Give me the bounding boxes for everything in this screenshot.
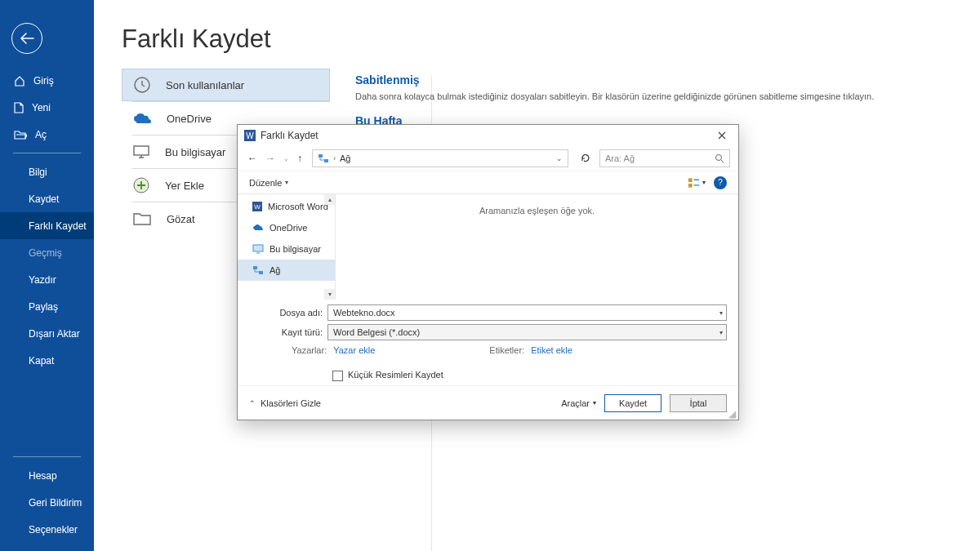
filename-input[interactable]: Webtekno.docx ▾ xyxy=(327,304,727,321)
view-icon xyxy=(688,177,700,189)
filename-label: Dosya adı: xyxy=(249,308,323,318)
svg-rect-13 xyxy=(253,266,257,269)
svg-rect-8 xyxy=(688,178,693,182)
help-button[interactable]: ? xyxy=(714,176,727,189)
search-field[interactable]: Ara: Ağ xyxy=(599,149,730,167)
sidebar-account[interactable]: Hesap xyxy=(0,462,94,489)
onedrive-small-icon xyxy=(252,224,264,232)
save-thumbnail-checkbox[interactable] xyxy=(332,371,343,381)
refresh-icon xyxy=(580,153,591,164)
chevron-down-icon: ▾ xyxy=(593,399,596,407)
dialog-title: Farklı Kaydet xyxy=(261,130,318,141)
backstage-sidebar: Giriş Yeni Aç Bilgi Kaydet Farklı Kaydet… xyxy=(0,0,94,551)
tags-add-link[interactable]: Etiket ekle xyxy=(531,345,572,355)
folder-tree: ▴ W Microsoft Word OneDrive Bu bilgisaya… xyxy=(238,194,336,300)
onedrive-icon xyxy=(132,112,152,125)
scroll-down-button[interactable]: ▾ xyxy=(324,289,335,300)
save-as-dialog: W Farklı Kaydet ← → ⌄ ↑ › Ağ ⌄ Ara: Ağ D… xyxy=(237,124,739,420)
tree-thispc[interactable]: Bu bilgisayar xyxy=(238,238,335,260)
chevron-down-icon: ▾ xyxy=(285,179,288,186)
back-button[interactable] xyxy=(11,23,42,54)
hide-folders-toggle[interactable]: ⌃ Klasörleri Gizle xyxy=(249,398,321,408)
clock-icon xyxy=(133,76,151,94)
search-placeholder: Ara: Ağ xyxy=(605,153,635,163)
location-recent[interactable]: Son kullanılanlar xyxy=(122,69,330,101)
svg-rect-12 xyxy=(253,245,263,251)
add-place-icon xyxy=(132,176,150,194)
dialog-toolbar: Düzenle ▾ ▾ ? xyxy=(238,171,738,193)
authors-label: Yazarlar: xyxy=(292,345,327,355)
chevron-down-icon[interactable]: ▾ xyxy=(719,329,723,336)
home-icon xyxy=(14,75,25,87)
dialog-close-button[interactable] xyxy=(712,129,732,142)
pinned-description: Daha sonra kolayca bulmak istediğiniz do… xyxy=(355,91,956,101)
close-icon xyxy=(717,131,727,140)
resize-grip[interactable]: ◢ xyxy=(728,410,737,418)
svg-text:W: W xyxy=(246,131,254,140)
tree-network[interactable]: Ağ xyxy=(238,260,335,281)
svg-rect-1 xyxy=(134,146,149,155)
dialog-footer: ⌃ Klasörleri Gizle Araçlar ▾ Kaydet İpta… xyxy=(238,385,738,420)
sidebar-info[interactable]: Bilgi xyxy=(0,158,94,185)
sidebar-print[interactable]: Yazdır xyxy=(0,266,94,293)
filetype-select[interactable]: Word Belgesi (*.docx) ▾ xyxy=(327,324,727,340)
nav-back-button[interactable]: ← xyxy=(246,151,259,166)
chevron-down-icon[interactable]: ▾ xyxy=(719,309,723,317)
word-icon: W xyxy=(252,202,262,211)
save-button[interactable]: Kaydet xyxy=(604,394,662,412)
dialog-nav: ← → ⌄ ↑ › Ağ ⌄ Ara: Ağ xyxy=(238,146,738,171)
sidebar-home[interactable]: Giriş xyxy=(0,67,94,94)
sidebar-save-as[interactable]: Farklı Kaydet xyxy=(0,212,94,239)
sidebar-save[interactable]: Kaydet xyxy=(0,185,94,212)
file-list-area: Aramanızla eşleşen öğe yok. xyxy=(336,194,738,300)
tree-word[interactable]: W Microsoft Word xyxy=(238,196,335,217)
nav-recent-dropdown[interactable]: ⌄ xyxy=(282,153,291,164)
folder-icon xyxy=(132,211,152,226)
tools-menu[interactable]: Araçlar ▾ xyxy=(561,398,596,408)
chevron-up-icon: ⌃ xyxy=(249,399,256,407)
pc-small-icon xyxy=(252,244,264,254)
sidebar-options[interactable]: Seçenekler xyxy=(0,516,94,543)
refresh-button[interactable] xyxy=(577,151,595,166)
network-icon xyxy=(318,153,329,163)
empty-message: Aramanızla eşleşen öğe yok. xyxy=(479,206,595,216)
path-location: Ağ xyxy=(340,153,350,163)
pinned-header: Sabitlenmiş xyxy=(355,73,956,87)
dialog-form: Dosya adı: Webtekno.docx ▾ Kayıt türü: W… xyxy=(238,300,738,388)
folder-open-icon xyxy=(14,130,27,140)
organize-menu[interactable]: Düzenle ▾ xyxy=(249,178,288,188)
sidebar-close[interactable]: Kapat xyxy=(0,347,94,374)
tree-onedrive[interactable]: OneDrive xyxy=(238,217,335,238)
sidebar-new[interactable]: Yeni xyxy=(0,94,94,121)
search-icon xyxy=(715,153,724,163)
filetype-label: Kayıt türü: xyxy=(249,327,323,337)
sidebar-share[interactable]: Paylaş xyxy=(0,293,94,320)
svg-point-7 xyxy=(716,155,722,161)
sidebar-open[interactable]: Aç xyxy=(0,121,94,148)
scroll-up-button[interactable]: ▴ xyxy=(324,194,335,205)
dialog-titlebar: W Farklı Kaydet xyxy=(238,125,738,146)
word-app-icon: W xyxy=(244,130,256,141)
network-small-icon xyxy=(252,265,264,275)
computer-icon xyxy=(132,144,150,159)
view-options-button[interactable]: ▾ xyxy=(688,176,706,190)
sidebar-export[interactable]: Dışarı Aktar xyxy=(0,320,94,347)
nav-forward-button[interactable]: → xyxy=(264,151,277,166)
address-bar[interactable]: › Ağ ⌄ xyxy=(312,149,568,167)
document-icon xyxy=(14,102,24,113)
svg-rect-5 xyxy=(318,154,323,158)
tags-label: Etiketler: xyxy=(489,345,524,355)
save-thumbnail-label: Küçük Resimleri Kaydet xyxy=(348,370,443,380)
nav-up-button[interactable]: ↑ xyxy=(296,151,304,166)
authors-add-link[interactable]: Yazar ekle xyxy=(333,345,375,355)
cancel-button[interactable]: İptal xyxy=(670,394,727,412)
svg-rect-9 xyxy=(688,183,693,187)
svg-text:W: W xyxy=(254,203,261,211)
page-title: Farklı Kaydet xyxy=(122,24,980,54)
sidebar-history[interactable]: Geçmiş xyxy=(0,239,94,266)
sidebar-feedback[interactable]: Geri Bildirim xyxy=(0,489,94,516)
